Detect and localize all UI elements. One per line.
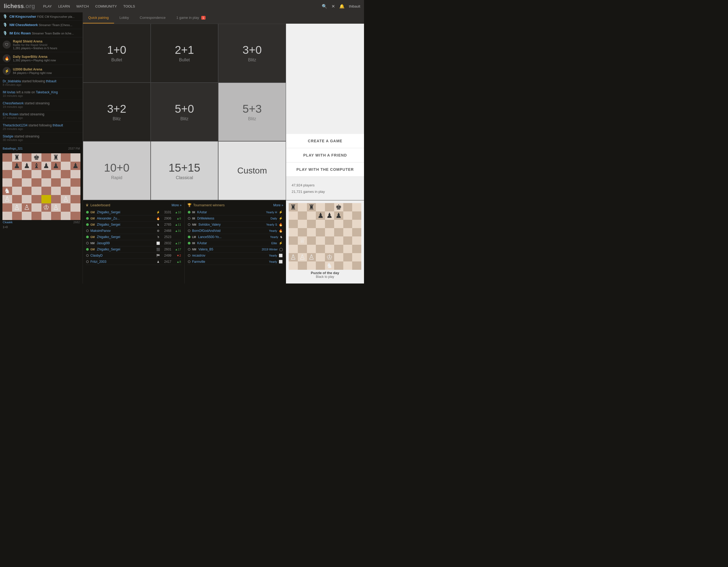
puzzle-panel: ♜♜♚ ♟♟♟ ♕ ♙♙♙♔ ♞: [286, 200, 364, 283]
search-icon[interactable]: 🔍: [322, 4, 327, 9]
tab-quick-pairing[interactable]: Quick pairing: [83, 12, 114, 23]
streamer-name[interactable]: IM Eric Rosen: [9, 31, 31, 35]
nav-tools[interactable]: TOOLS: [123, 4, 135, 8]
online-indicator: [188, 236, 190, 238]
puzzle-chess-board[interactable]: ♜♜♚ ♟♟♟ ♕ ♙♙♙♔ ♞: [289, 203, 361, 270]
online-indicator: [188, 217, 190, 220]
tournament-more[interactable]: More »: [273, 203, 283, 207]
leaderboard-row: ClasbyD 🏁 2499 ▼2: [86, 253, 182, 259]
game-mode-icon: 🖱: [156, 235, 160, 239]
board-bottom-player: Ckaakk 2682: [0, 220, 83, 224]
streamer-item[interactable]: 🎙️ NM ChessNetwork Streamer !Team [Chess…: [0, 21, 83, 29]
game-cell-5-0[interactable]: 5+0 Blitz: [151, 83, 218, 141]
streamer-text: FIDE CM Kingscrusher pla...: [37, 15, 75, 18]
online-indicator: [86, 236, 89, 238]
game-cell-custom[interactable]: Custom: [218, 141, 286, 200]
activity-item: Dr_blablabla started following thibault …: [0, 77, 83, 88]
bottom-area: ♛ Leaderboard More » GM Zhigalko_Sergei …: [83, 200, 364, 283]
tab-lobby[interactable]: Lobby: [114, 12, 134, 23]
leaderboard-header: ♛ Leaderboard More »: [86, 203, 182, 207]
streamer-name[interactable]: CM Kingscrusher: [9, 15, 36, 19]
header: lichess.org PLAY LEARN WATCH COMMUNITY T…: [0, 0, 364, 12]
game-mode-icon: ⚙: [156, 229, 160, 233]
online-indicator: [86, 211, 89, 214]
online-indicator: [188, 229, 190, 232]
game-mode-icon: 🔥: [156, 217, 160, 220]
shield-icon: 🛡: [3, 41, 11, 49]
streamer-name[interactable]: NM ChessNetwork: [9, 23, 38, 27]
tournament-sub: Battle for the Rapid Shield: [13, 43, 80, 47]
online-indicator: [86, 248, 89, 251]
tournament-name: Daily SuperBlitz Arena: [13, 55, 80, 59]
create-game-button[interactable]: CREATE A GAME: [286, 134, 364, 148]
online-indicator: [86, 229, 89, 232]
game-mode-icon: ⚡: [156, 211, 160, 214]
game-cell-2-1[interactable]: 2+1 Bullet: [151, 24, 218, 83]
tournament-winner-row: IM DrMelekess Daily ⚡: [187, 215, 283, 222]
tournament-winner-row: NM Sviridov_Valery Yearly S 🔥: [187, 222, 283, 228]
tab-game-in-play[interactable]: 1 game in play 1: [171, 12, 211, 23]
leaderboard-more[interactable]: More »: [172, 203, 182, 207]
board-top-player: Babafingo_321 2537 FM: [0, 146, 83, 151]
tournament-winner-row: BornOfGodAndVoid Yearly 🔥: [187, 228, 283, 234]
streamer-text: Streamer Team Battle on liche...: [32, 32, 74, 35]
username[interactable]: thibault: [349, 4, 360, 8]
nav-community[interactable]: COMMUNITY: [95, 4, 117, 8]
leaderboard-title: Leaderboard: [90, 203, 110, 207]
game-grid-area: ♞ 1+0 Bullet: [83, 24, 286, 200]
nav-play[interactable]: PLAY: [43, 4, 52, 8]
tournament-winners-panel: 🏆 Tournament winners More » IM KAstar Ye…: [185, 200, 286, 283]
main-nav: PLAY LEARN WATCH COMMUNITY TOOLS: [43, 4, 135, 8]
bolt-icon: ⚡: [3, 67, 11, 75]
tournament-name: Rapid Shield Arena: [13, 40, 80, 43]
tournament-winner-row: IM KAstar Elite ⚡: [187, 240, 283, 246]
streamer-item[interactable]: 🎙️ IM Eric Rosen Streamer Team Battle on…: [0, 29, 83, 37]
online-indicator: [188, 223, 190, 226]
game-cell-15-15[interactable]: 15+15 Classical: [151, 141, 218, 200]
game-cell-1-0[interactable]: 1+0 Bullet: [83, 24, 151, 83]
tournament-time: 84 players • Playing right now: [13, 71, 80, 75]
online-indicator: [86, 254, 89, 257]
game-cell-3-2[interactable]: 3+2 Blitz: [83, 83, 151, 141]
game-cell-10-0[interactable]: 10+0 Rapid: [83, 141, 151, 200]
trophy-icon: 🏆: [187, 203, 192, 207]
game-cell-5-3[interactable]: 5+3 Blitz: [218, 83, 286, 141]
stats-area: 47,924 players 21,721 games in play: [286, 177, 364, 200]
game-mode-icon: ♞: [156, 223, 160, 226]
nav-learn[interactable]: LEARN: [58, 4, 70, 8]
tournament-winner-row: Farmville Yearly ⬜: [187, 259, 283, 265]
streamer-item[interactable]: 🎙️ CM Kingscrusher FIDE CM Kingscrusher …: [0, 12, 83, 21]
game-mode-icon: ⬛: [156, 248, 160, 251]
play-friend-button[interactable]: PLAY WITH A FRIEND: [286, 148, 364, 162]
leaderboard-panel: ♛ Leaderboard More » GM Zhigalko_Sergei …: [83, 200, 185, 283]
activity-item: Thetacticbot1234 started following thiba…: [0, 122, 83, 133]
fire-icon: 🔥: [3, 54, 11, 62]
tab-correspondence[interactable]: Correspondence: [134, 12, 171, 23]
activity-item: Sladgie started streaming 30 minutes ago: [0, 133, 83, 144]
logo[interactable]: lichess.org: [4, 3, 35, 10]
game-area: ♞ 1+0 Bullet: [83, 24, 364, 200]
center-content: Quick pairing Lobby Correspondence 1 gam…: [83, 12, 364, 283]
tournament-bullet[interactable]: ⚡ U2000 Bullet Arena 84 players • Playin…: [0, 65, 83, 77]
online-indicator: [86, 223, 89, 226]
tournament-superblitz[interactable]: 🔥 Daily SuperBlitz Arena 1,392 players •…: [0, 52, 83, 65]
puzzle-title: Puzzle of the day Black to play: [308, 270, 342, 280]
close-icon[interactable]: ✕: [331, 4, 335, 9]
bell-icon[interactable]: 🔔: [339, 4, 345, 9]
leaderboard-row: GM Alexander_Zu... 🔥 2906 ▲6: [86, 215, 182, 222]
activity-item: IM lovlas left a note on Takeback_King 1…: [0, 88, 83, 100]
nav-watch[interactable]: WATCH: [76, 4, 89, 8]
play-computer-button[interactable]: PLAY WITH THE COMPUTER: [286, 162, 364, 177]
tournament-rapid-shield[interactable]: 🛡 Rapid Shield Arena Battle for the Rapi…: [0, 37, 83, 52]
online-indicator: [86, 217, 89, 220]
game-grid: 1+0 Bullet 2+1 Bullet 3+0 Blitz: [83, 24, 286, 200]
streamer-icon: 🎙️: [3, 23, 7, 27]
game-cell-3-0[interactable]: 3+0 Blitz: [218, 24, 286, 83]
tournament-time: 1,281 players • finishes in 5 hours: [13, 47, 80, 50]
online-indicator: [188, 242, 190, 244]
tournament-winner-row: LM Lance5500-Yo... Yearly ♞: [187, 234, 283, 240]
streamer-icon: 🎙️: [3, 31, 7, 35]
mini-chess-board[interactable]: ♜♚♜ ♟♟♝♟♟♟ ♞ ♙♙ ♙♙♔♙: [2, 153, 80, 220]
streamer-text: Streamer !Team [Chess...: [39, 23, 72, 27]
tournament-winner-row: NM Valera_B5 2019 Winter ◯: [187, 246, 283, 253]
